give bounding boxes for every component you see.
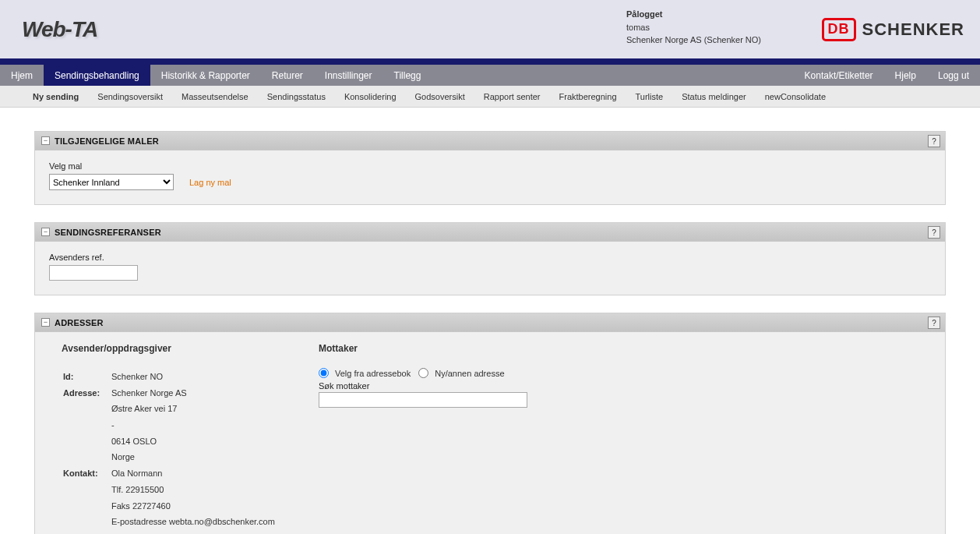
login-user: tomas xyxy=(626,21,761,34)
schenker-text: SCHENKER xyxy=(862,19,964,40)
db-icon: DB xyxy=(822,18,856,41)
login-info: Pålogget tomas Schenker Norge AS (Schenk… xyxy=(626,8,761,47)
sender-table: Id: Schenker NO Adresse: Schenker Norge … xyxy=(62,368,277,531)
panel-templates: − TILGJENGELIGE MALER ? Velg mal Schenke… xyxy=(34,131,946,205)
nav-loggut[interactable]: Logg ut xyxy=(927,65,980,86)
nav-kontakt[interactable]: Kontakt/Etiketter xyxy=(794,65,884,86)
divider-bar xyxy=(0,58,980,65)
nav-hjem[interactable]: Hjem xyxy=(0,65,44,86)
nav-hjelp[interactable]: Hjelp xyxy=(884,65,927,86)
radio-newaddress-label[interactable]: Ny/annen adresse xyxy=(418,368,504,378)
addr-line4: 0614 OSLO xyxy=(111,434,275,449)
nav-spacer xyxy=(432,65,793,86)
main-nav: Hjem Sendingsbehandling Historikk & Rapp… xyxy=(0,65,980,86)
receiver-heading: Mottaker xyxy=(319,343,760,354)
avsenders-ref-label: Avsenders ref. xyxy=(49,253,931,262)
template-row: Schenker Innland Lag ny mal xyxy=(49,174,931,190)
subnav-newconsolidate[interactable]: newConsolidate xyxy=(756,92,835,101)
nav-tillegg[interactable]: Tillegg xyxy=(383,65,432,86)
panel-addresses-body: Avsender/oppdragsgiver Id: Schenker NO A… xyxy=(35,332,945,534)
sub-nav: Ny sending Sendingsoversikt Masseutsende… xyxy=(0,86,980,108)
panel-addresses-title: ADRESSER xyxy=(55,318,104,327)
address-columns: Avsender/oppdragsgiver Id: Schenker NO A… xyxy=(49,343,931,534)
receiver-column: Mottaker Velg fra adressebok Ny/annen ad… xyxy=(319,343,760,534)
velg-mal-label: Velg mal xyxy=(49,161,931,171)
subnav-masseutsendelse[interactable]: Masseutsendelse xyxy=(172,92,258,101)
panel-refs-body: Avsenders ref. xyxy=(35,242,945,295)
addr-label: Adresse: xyxy=(63,386,110,401)
main-content: − TILGJENGELIGE MALER ? Velg mal Schenke… xyxy=(0,108,980,534)
panel-refs: − SENDINGSREFERANSER ? Avsenders ref. xyxy=(34,222,946,295)
search-receiver-input[interactable] xyxy=(319,392,527,408)
app-logo: Web-TA xyxy=(22,17,97,42)
panel-addresses: − ADRESSER ? Avsender/oppdragsgiver Id: … xyxy=(34,313,946,534)
panel-refs-head: − SENDINGSREFERANSER ? xyxy=(35,223,945,242)
subnav-sendingsoversikt[interactable]: Sendingsoversikt xyxy=(88,92,172,101)
panel-addresses-head: − ADRESSER ? xyxy=(35,313,945,332)
panel-templates-head: − TILGJENGELIGE MALER ? xyxy=(35,132,945,150)
id-value: Schenker NO xyxy=(111,370,275,384)
id-label: Id: xyxy=(63,370,110,384)
contact-name: Ola Normann xyxy=(111,466,275,481)
contact-fax: Faks 22727460 xyxy=(111,499,275,514)
app-header: Web-TA Pålogget tomas Schenker Norge AS … xyxy=(0,0,980,58)
addr-line1: Schenker Norge AS xyxy=(111,386,275,401)
addr-line3: - xyxy=(111,418,275,433)
contact-label: Kontakt: xyxy=(63,466,110,481)
help-icon[interactable]: ? xyxy=(928,226,940,239)
search-receiver-label: Søk mottaker xyxy=(319,381,760,391)
collapse-icon[interactable]: − xyxy=(41,228,50,236)
subnav-fraktberegning[interactable]: Fraktberegning xyxy=(550,92,626,101)
panel-refs-title: SENDINGSREFERANSER xyxy=(55,228,161,237)
template-select[interactable]: Schenker Innland xyxy=(49,174,174,190)
radio-addressbook-text: Velg fra adressebok xyxy=(335,369,411,378)
radio-newaddress[interactable] xyxy=(418,368,428,378)
radio-addressbook-label[interactable]: Velg fra adressebok xyxy=(319,368,411,378)
collapse-icon[interactable]: − xyxy=(41,318,50,327)
nav-sendingsbehandling[interactable]: Sendingsbehandling xyxy=(44,65,150,86)
contact-email: E-postadresse webta.no@dbschenker.com xyxy=(111,515,275,529)
subnav-sendingsstatus[interactable]: Sendingsstatus xyxy=(258,92,335,101)
addr-line2: Østre Aker vei 17 xyxy=(111,401,275,416)
subnav-statusmeldinger[interactable]: Status meldinger xyxy=(672,92,756,101)
radio-addressbook[interactable] xyxy=(319,368,329,378)
help-icon[interactable]: ? xyxy=(928,317,940,329)
subnav-rapport[interactable]: Rapport senter xyxy=(474,92,550,101)
radio-newaddress-text: Ny/annen adresse xyxy=(435,369,504,378)
login-label: Pålogget xyxy=(626,8,761,21)
brand-logo: DB SCHENKER xyxy=(822,18,964,41)
subnav-turliste[interactable]: Turliste xyxy=(626,92,673,101)
login-company: Schenker Norge AS (Schenker NO) xyxy=(626,34,761,47)
help-icon[interactable]: ? xyxy=(928,135,940,147)
panel-templates-body: Velg mal Schenker Innland Lag ny mal xyxy=(35,150,945,204)
collapse-icon[interactable]: − xyxy=(41,136,50,145)
subnav-ny-sending[interactable]: Ny sending xyxy=(23,92,88,101)
nav-innstillinger[interactable]: Innstillinger xyxy=(314,65,383,86)
subnav-konsolidering[interactable]: Konsolidering xyxy=(335,92,406,101)
nav-returer[interactable]: Returer xyxy=(261,65,314,86)
new-template-link[interactable]: Lag ny mal xyxy=(189,178,231,187)
avsenders-ref-input[interactable] xyxy=(49,265,138,281)
nav-historikk[interactable]: Historikk & Rapporter xyxy=(150,65,261,86)
receiver-radio-row: Velg fra adressebok Ny/annen adresse xyxy=(319,368,760,378)
panel-templates-title: TILGJENGELIGE MALER xyxy=(55,136,159,146)
addr-line5: Norge xyxy=(111,450,275,465)
subnav-godsoversikt[interactable]: Godsoversikt xyxy=(406,92,474,101)
contact-tel: Tlf. 22915500 xyxy=(111,483,275,497)
